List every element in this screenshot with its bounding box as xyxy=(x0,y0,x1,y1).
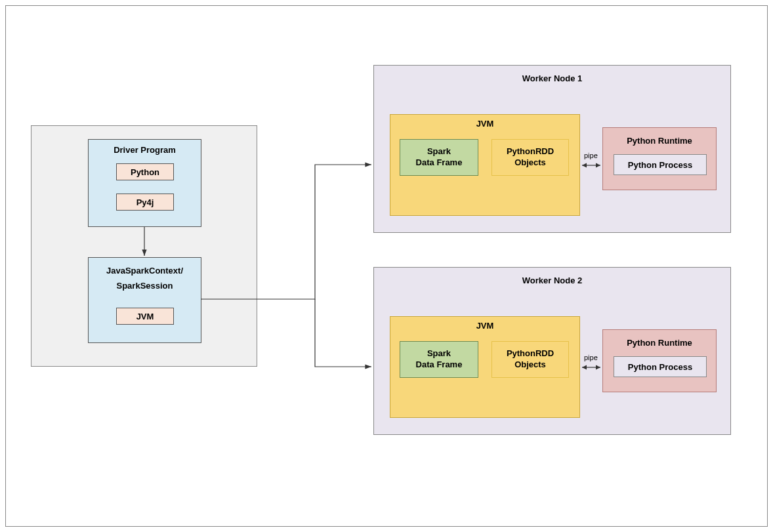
py4j-box: Py4j xyxy=(116,194,174,211)
worker-2-python-runtime: Python Runtime Python Process xyxy=(602,329,717,392)
worker-2-spark-df: SparkData Frame xyxy=(400,341,478,378)
worker-1-python-runtime: Python Runtime Python Process xyxy=(602,127,717,190)
worker-2-spark-df-label: SparkData Frame xyxy=(413,346,465,373)
worker-2-runtime-title: Python Runtime xyxy=(603,335,716,350)
worker-node-2: Worker Node 2 JVM SparkData Frame Python… xyxy=(373,267,731,435)
driver-program-box: Driver Program Python Py4j xyxy=(88,139,201,227)
worker-1-process-label: Python Process xyxy=(625,157,695,173)
worker-1-jvm-title: JVM xyxy=(390,119,579,129)
worker-1-spark-df: SparkData Frame xyxy=(400,139,478,176)
worker-1-title: Worker Node 1 xyxy=(374,73,730,83)
worker-1-python-rdd: PythonRDDObjects xyxy=(491,139,569,176)
worker-1-runtime-title: Python Runtime xyxy=(603,133,716,148)
python-label: Python xyxy=(128,165,162,180)
worker-2-pipe-label: pipe xyxy=(584,354,598,361)
driver-container: Driver Program Python Py4j JavaSparkCont… xyxy=(31,125,257,367)
worker-1-spark-df-label: SparkData Frame xyxy=(413,144,465,171)
spark-context-title-2: SparkSession xyxy=(89,278,201,293)
worker-node-1: Worker Node 1 JVM SparkData Frame Python… xyxy=(373,65,731,233)
driver-program-title: Driver Program xyxy=(89,142,201,157)
spark-context-title-1: JavaSparkContext/ xyxy=(89,263,201,278)
worker-2-python-rdd-label: PythonRDDObjects xyxy=(504,346,556,373)
py4j-label: Py4j xyxy=(134,195,157,210)
worker-1-python-rdd-label: PythonRDDObjects xyxy=(504,144,556,171)
driver-jvm-box: JVM xyxy=(116,308,174,325)
worker-1-jvm-container: JVM SparkData Frame PythonRDDObjects xyxy=(390,114,580,216)
driver-jvm-label: JVM xyxy=(134,309,157,324)
worker-2-python-rdd: PythonRDDObjects xyxy=(491,341,569,378)
python-box: Python xyxy=(116,163,174,180)
worker-2-process-label: Python Process xyxy=(625,359,695,375)
worker-1-python-process: Python Process xyxy=(614,154,707,175)
worker-2-jvm-title: JVM xyxy=(390,321,579,331)
worker-2-jvm-container: JVM SparkData Frame PythonRDDObjects xyxy=(390,316,580,418)
diagram-frame: Driver Program Python Py4j JavaSparkCont… xyxy=(5,5,768,527)
worker-1-pipe-label: pipe xyxy=(584,152,598,159)
worker-2-python-process: Python Process xyxy=(614,356,707,377)
worker-2-title: Worker Node 2 xyxy=(374,276,730,285)
spark-context-box: JavaSparkContext/ SparkSession JVM xyxy=(88,257,201,343)
